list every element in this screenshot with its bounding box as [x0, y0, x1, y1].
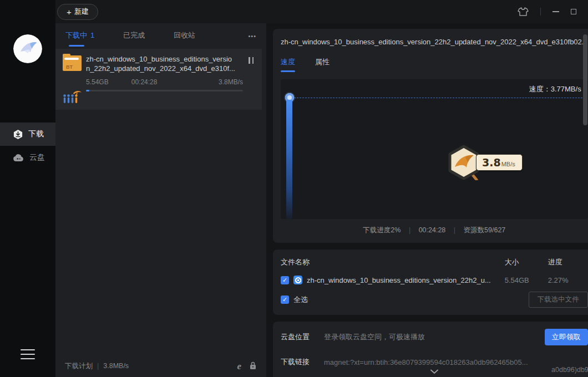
- files-header-row: 文件名称 大小 进度: [281, 257, 588, 267]
- sidebar-item-download[interactable]: 下载: [0, 123, 55, 146]
- detail-title: zh-cn_windows_10_business_editions_versi…: [281, 29, 588, 47]
- download-hexagon-icon: [13, 129, 23, 140]
- cloud-location-label: 云盘位置: [281, 332, 310, 342]
- more-icon[interactable]: •••: [248, 33, 256, 39]
- badge-speed-value: 3.8: [482, 156, 501, 169]
- tab-properties[interactable]: 属性: [315, 57, 330, 68]
- speed-badge: 3.8 MB/s: [447, 145, 523, 180]
- skin-shirt-icon[interactable]: [518, 7, 529, 17]
- speed-readout-label: 速度：: [529, 85, 551, 93]
- select-all-checkbox[interactable]: ✓: [281, 296, 289, 304]
- cloud-location-row: 云盘位置 登录领取云盘空间，可极速播放 立即领取: [281, 329, 588, 345]
- pause-button[interactable]: [249, 57, 254, 64]
- tab-completed[interactable]: 已完成: [123, 30, 145, 42]
- task-speed: 3.8MB/s: [219, 78, 243, 86]
- thunder-bird-logo: [13, 34, 42, 63]
- cloud-login-hint: 登录领取云盘空间，可极速播放: [324, 332, 425, 342]
- download-selected-button[interactable]: 下载选中文件: [529, 292, 588, 308]
- files-card: 文件名称 大小 进度 ✓ zh-cn_windows_10_business_e…: [273, 249, 588, 315]
- detail-panel: zh-cn_windows_10_business_editions_versi…: [266, 23, 588, 377]
- window-scrollbar[interactable]: [583, 34, 587, 125]
- browser-e-icon[interactable]: e: [237, 361, 241, 371]
- hexagon-bird-icon: [447, 145, 480, 180]
- tab-completed-label: 已完成: [123, 30, 145, 42]
- header-size: 大小: [505, 257, 548, 267]
- magnet-link[interactable]: magnet:?xt=urn:btih:36e8079399594c018263…: [324, 358, 528, 366]
- tab-downloading[interactable]: 下载中1: [65, 30, 94, 42]
- speed-curve-area: [286, 100, 292, 219]
- download-plan-label[interactable]: 下载计划: [65, 361, 93, 371]
- footer-icons: e: [237, 361, 257, 371]
- avatar[interactable]: [13, 34, 42, 63]
- lock-icon[interactable]: [249, 361, 257, 371]
- stat-separator: |: [454, 226, 455, 234]
- speed-readout: 速度：3.77MB/s: [529, 84, 581, 94]
- bt-badge-label: BT: [66, 64, 73, 70]
- list-footer: 下载计划 | 3.8MB/s e: [55, 355, 266, 377]
- window-controls: ✕: [518, 7, 588, 17]
- cloud-card: 云盘位置 登录领取云盘空间，可极速播放 立即领取 下载链接 magnet:?xt…: [273, 322, 588, 377]
- file-checkbox[interactable]: ✓: [281, 276, 289, 284]
- badge-speed-unit: MB/s: [501, 161, 515, 167]
- bt-folder-icon: BT: [63, 55, 82, 71]
- speed-badge-label: 3.8 MB/s: [476, 154, 523, 171]
- files-footer-row: ✓ 全选 下载选中文件: [281, 292, 588, 308]
- select-all-label: 全选: [293, 295, 308, 305]
- sidebar-item-cloud[interactable]: 云盘: [0, 146, 55, 169]
- tab-trash[interactable]: 回收站: [174, 30, 195, 42]
- speedup-ants-icon: [62, 90, 82, 106]
- content: 下载中1 已完成 回收站 ••• BT zh: [55, 23, 588, 377]
- file-name: zh-cn_windows_10_business_editions_versi…: [307, 276, 491, 284]
- tab-trash-label: 回收站: [174, 30, 195, 42]
- iso-file-icon: [293, 276, 302, 284]
- chart-stats: 下载进度2% | 00:24:28 | 资源数59/627: [281, 226, 588, 235]
- new-task-label: 新建: [74, 7, 89, 17]
- speed-chart: 速度：3.77MB/s: [281, 79, 588, 219]
- file-progress: 2.27%: [548, 276, 588, 284]
- cloud-icon: [13, 154, 24, 162]
- file-size: 5.54GB: [505, 276, 548, 284]
- footer-speed: 3.8MB/s: [103, 362, 129, 370]
- check-icon: ✓: [282, 277, 287, 284]
- task-list-panel: 下载中1 已完成 回收站 ••• BT zh: [55, 23, 266, 377]
- sidebar-item-label: 云盘: [29, 152, 45, 162]
- titlebar: + 新建 ✕: [55, 0, 588, 23]
- footer-separator: |: [97, 362, 99, 370]
- task-meta: 5.54GB 00:24:28 3.8MB/s: [86, 78, 243, 86]
- header-progress: 进度: [548, 257, 588, 267]
- sidebar-item-label: 下载: [28, 129, 44, 139]
- maximize-button[interactable]: [571, 9, 576, 14]
- max-speed-dashed-line: [294, 98, 585, 98]
- new-task-button[interactable]: + 新建: [57, 4, 98, 20]
- claim-now-button[interactable]: 立即领取: [545, 329, 588, 345]
- tab-downloading-count: 1: [90, 31, 94, 39]
- task-progress-fill: [86, 90, 89, 91]
- tab-speed[interactable]: 速度: [281, 57, 295, 68]
- task-size: 5.54GB: [86, 78, 109, 86]
- main-area: + 新建 ✕ 下载中1: [55, 0, 588, 377]
- speed-card: zh-cn_windows_10_business_editions_versi…: [273, 29, 588, 243]
- download-link-label: 下载链接: [281, 357, 310, 367]
- file-row[interactable]: ✓ zh-cn_windows_10_business_editions_ver…: [281, 276, 588, 284]
- app-window: 下载 云盘 + 新建: [0, 0, 588, 377]
- titlebar-separator: [540, 8, 541, 16]
- stat-separator: |: [409, 226, 410, 234]
- list-tabs: 下载中1 已完成 回收站 •••: [55, 23, 266, 49]
- stat-time: 00:24:28: [419, 226, 446, 234]
- download-task-item[interactable]: BT zh-cn_windows_10_business_editions_ve…: [55, 49, 262, 110]
- stat-resources: 资源数59/627: [464, 226, 506, 234]
- minimize-icon: [552, 11, 559, 12]
- check-icon: ✓: [282, 296, 287, 303]
- speed-readout-value: 3.77MB/s: [551, 85, 581, 93]
- hash-fragment-text: a0db96)db9624: [551, 366, 588, 374]
- task-progress-bar: [86, 90, 243, 91]
- stat-progress: 下载进度2%: [363, 226, 401, 234]
- maximize-icon: [571, 9, 576, 14]
- download-link-row: 下载链接 magnet:?xt=urn:btih:36e8079399594c0…: [281, 357, 588, 367]
- chevron-down-icon[interactable]: [430, 366, 439, 376]
- tab-downloading-label: 下载中: [65, 30, 87, 42]
- menu-icon[interactable]: [21, 346, 35, 363]
- minimize-button[interactable]: [552, 11, 559, 12]
- plus-icon: +: [67, 8, 72, 16]
- sidebar: 下载 云盘: [0, 0, 55, 377]
